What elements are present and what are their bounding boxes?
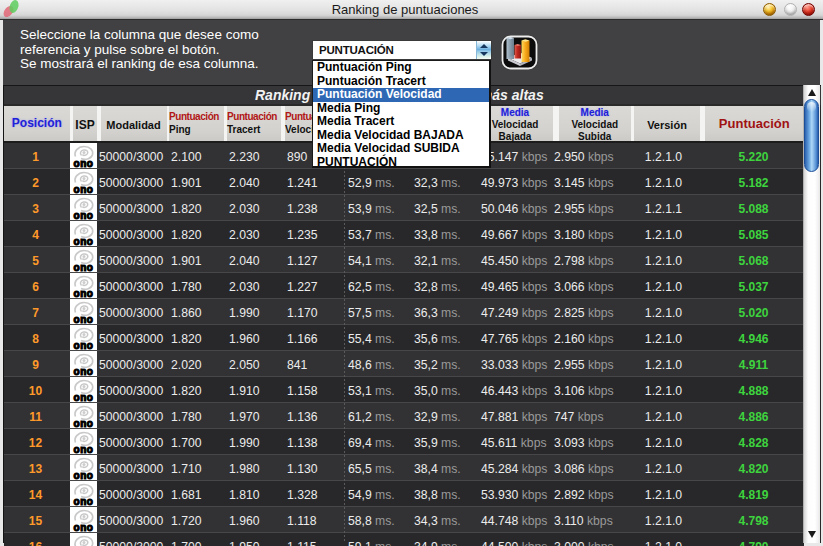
- svg-text:ono: ono: [73, 314, 93, 325]
- svg-text:ono: ono: [73, 444, 93, 455]
- svg-text:ono: ono: [73, 236, 93, 247]
- svg-text:ono: ono: [73, 470, 93, 481]
- svg-text:ono: ono: [73, 184, 93, 195]
- svg-text:ono: ono: [73, 340, 93, 351]
- svg-text:ono: ono: [73, 366, 93, 377]
- svg-text:ono: ono: [73, 158, 93, 169]
- svg-text:ono: ono: [73, 288, 93, 299]
- svg-text:ono: ono: [73, 262, 93, 273]
- svg-text:ono: ono: [73, 496, 93, 507]
- svg-text:ono: ono: [73, 418, 93, 429]
- svg-text:ono: ono: [73, 522, 93, 533]
- svg-text:ono: ono: [73, 392, 93, 403]
- svg-text:ono: ono: [73, 210, 93, 221]
